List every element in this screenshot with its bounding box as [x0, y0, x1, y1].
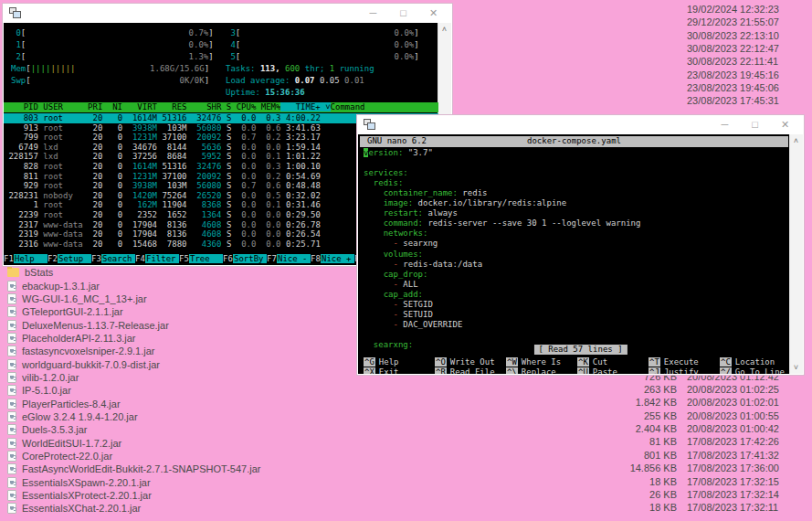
nano-status-message: [ Read 57 lines ]: [533, 345, 627, 355]
file-row[interactable]: Duels-3.5.3.jar2.404 KB20/08/2023 01:00:…: [7, 423, 787, 436]
file-row[interactable]: WorldEditSUI-1.7.2.jar81 KB17/08/2023 17…: [7, 436, 787, 449]
file-row[interactable]: EssentialsXSpawn-2.20.1.jar18 KB17/08/20…: [7, 476, 787, 489]
nano-editor-line: - SETGID: [364, 300, 790, 310]
jar-file-icon: [7, 372, 16, 383]
file-size: 263 KB: [604, 384, 677, 395]
fkey-label[interactable]: F6: [223, 254, 233, 263]
fkey-action[interactable]: Search: [101, 254, 135, 263]
file-row[interactable]: EssentialsXProtect-2.20.1.jar26 KB17/08/…: [7, 489, 787, 502]
nano-editor-line: - ALL: [364, 280, 790, 290]
file-date: 23/08/2023 19:45:16: [687, 69, 787, 81]
fkey-action[interactable]: Setup: [58, 254, 91, 263]
nano-editor-line: cap_drop:: [364, 270, 790, 280]
nano-shortcut: ^RRead File: [435, 367, 506, 374]
jar-file-icon: [7, 503, 16, 514]
jar-file-icon: [7, 346, 16, 356]
file-name: PlayerParticles-8.4.jar: [22, 399, 121, 409]
fkey-action[interactable]: Tree: [189, 254, 223, 263]
nano-editor-line: command: redis-server --save 30 1 --logl…: [364, 218, 790, 229]
file-row[interactable]: PlayerParticles-8.4.jar1.842 KB20/08/202…: [7, 397, 787, 409]
file-row[interactable]: FastAsyncWorldEdit-Bukkit-2.7.1-SNAPSHOT…: [7, 463, 787, 475]
file-date: 17/08/2023 17:42:26: [687, 436, 787, 447]
minimize-icon[interactable]: ─: [358, 4, 388, 23]
jar-file-icon: [7, 451, 16, 462]
file-name: WorldEditSUI-1.7.2.jar: [22, 438, 121, 449]
terminal-window-nano[interactable]: ─ □ ✕ version: "3.7"services: redis: con…: [356, 114, 805, 376]
fkey-label[interactable]: F8: [311, 254, 321, 263]
jar-file-icon: [7, 281, 16, 292]
fkey-action[interactable]: Filter: [145, 254, 179, 263]
terminal-titlebar[interactable]: ─ □ ✕: [3, 4, 452, 23]
maximize-icon[interactable]: □: [388, 4, 418, 23]
file-date: 20/08/2023 01:02:01: [687, 397, 787, 408]
scroll-up-icon[interactable]: ˄: [790, 135, 802, 146]
fkey-action[interactable]: Nice -: [277, 254, 311, 263]
nano-editor-line: - SETUID: [364, 310, 790, 320]
htop-line: Tasks: 113, 600 thr; 1 running: [226, 64, 438, 74]
nano-editor-line: image: docker.io/library/redis:alpine: [364, 198, 790, 208]
jar-file-icon: [7, 333, 16, 344]
close-icon[interactable]: ✕: [770, 115, 800, 134]
nano-editor-line: container_name: redis: [364, 188, 790, 198]
nano-editor-line: restart: always: [364, 208, 790, 218]
jar-file-icon: [7, 306, 16, 317]
file-name: eGlow 3.2.4 1.9.4-1.20.jar: [22, 411, 138, 422]
file-name: fastasyncvoxelsniper-2.9.1.jar: [22, 346, 155, 356]
file-date: 17/08/2023 17:32:14: [687, 489, 787, 500]
file-row[interactable]: CoreProtect-22.0.jar801 KB17/08/2023 17:…: [7, 450, 787, 463]
jar-file-icon: [7, 477, 16, 488]
nano-shortcuts-row1: ^GHelp^OWrite Out^WWhere Is^KCut^TExecut…: [364, 357, 788, 367]
file-name: WG-GUI-1.6_MC_1_13+.jar: [22, 293, 147, 304]
nano-titlebar[interactable]: ─ □ ✕: [357, 115, 804, 134]
fkey-label[interactable]: F5: [179, 254, 189, 263]
htop-line: 4[0.0%]: [226, 40, 438, 50]
file-row[interactable]: eGlow 3.2.4 1.9.4-1.20.jar255 KB20/08/20…: [7, 410, 787, 423]
maximize-icon[interactable]: □: [740, 115, 770, 134]
file-name: ebackup-1.3.1.jar: [22, 281, 100, 292]
fkey-label[interactable]: F2: [47, 254, 58, 263]
file-date: 17/08/2023 17:32:15: [687, 476, 787, 487]
minimize-icon[interactable]: ─: [710, 115, 740, 134]
fkey-label[interactable]: F4: [135, 254, 145, 263]
fkey-label[interactable]: F3: [91, 254, 101, 263]
file-date: 30/08/2023 22:13:10: [687, 29, 787, 42]
fkey-action[interactable]: Help: [14, 254, 47, 263]
jar-file-icon: [7, 438, 16, 449]
htop-line: 5[0.0%]: [226, 52, 438, 62]
fkey-label[interactable]: F7: [267, 254, 277, 263]
nano-shortcut: ^/Go To Line: [720, 367, 791, 374]
nano-content[interactable]: version: "3.7"services: redis: container…: [358, 134, 803, 374]
file-date: 19/02/2024 12:32:23: [687, 3, 787, 16]
nano-shortcut: ^TExecute: [649, 357, 720, 367]
nano-editor-line: volumes:: [364, 250, 790, 260]
file-name: IP-5.1.0.jar: [22, 385, 71, 396]
file-name: worldguard-bukkit-7.0.9-dist.jar: [22, 359, 160, 370]
nano-editor-line: [364, 330, 790, 340]
file-size: 14.856 KB: [604, 463, 677, 473]
nano-shortcut: ^CLocation: [720, 357, 791, 367]
nano-scrollbar[interactable]: ˄ ˅: [789, 134, 803, 374]
close-icon[interactable]: ✕: [418, 4, 448, 23]
fkey-label[interactable]: F1: [4, 254, 14, 263]
nano-editor-line: version: "3.7": [364, 148, 790, 158]
file-name: DeluxeMenus-1.13.7-Release.jar: [22, 320, 169, 331]
file-name: EssentialsXChat-2.20.1.jar: [22, 503, 141, 514]
jar-file-icon: [7, 490, 16, 501]
file-size: 255 KB: [604, 410, 677, 421]
file-date: 17/08/2023 17:32:11: [687, 502, 787, 513]
jar-file-icon: [7, 359, 16, 370]
file-row[interactable]: IP-5.1.0.jar263 KB20/08/2023 01:02:25: [7, 384, 787, 397]
fkey-action[interactable]: Nice +: [321, 254, 354, 263]
scroll-up-icon[interactable]: ˄: [438, 24, 450, 35]
nano-header-bar: GNU nano 6.2 docker-compose.yaml: [360, 136, 788, 147]
nano-editor-line: - redis-data:/data: [364, 260, 790, 270]
file-name: vilib-1.2.0.jar: [22, 372, 79, 383]
terminal-app-icon: [9, 7, 21, 19]
file-size: 81 KB: [604, 436, 677, 447]
nano-editor-line: networks:: [364, 229, 790, 239]
file-date: 17/08/2023 17:36:00: [687, 463, 787, 473]
fkey-action[interactable]: SortBy: [233, 254, 267, 263]
file-row[interactable]: EssentialsXChat-2.20.1.jar18 KB17/08/202…: [7, 502, 787, 515]
file-list-date-column: 19/02/2024 12:32:2329/12/2023 21:55:0730…: [687, 3, 787, 108]
scroll-down-icon[interactable]: ˅: [790, 362, 802, 373]
